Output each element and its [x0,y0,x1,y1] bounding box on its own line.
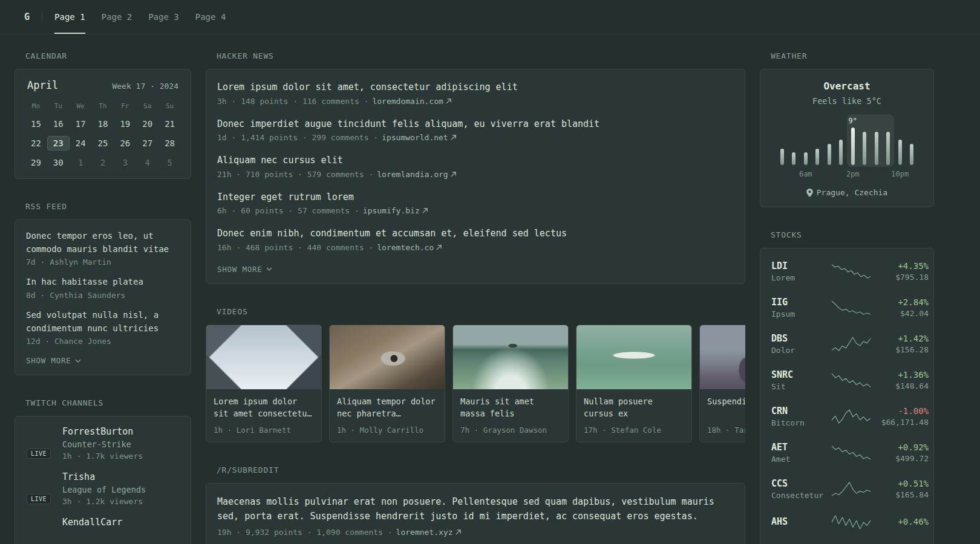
reddit-post-title[interactable]: Maecenas mollis pulvinar erat non posuer… [217,494,734,523]
hn-item-stats: 16h · 468 points · 440 comments · [217,243,373,252]
calendar-day-outside: 1 [70,155,92,170]
calendar-widget: CALENDAR April Week 17 · 2024 Mo Tu We T… [15,51,191,179]
rss-item-title[interactable]: In hac habitasse platea [26,276,180,289]
calendar-day-outside: 3 [114,155,136,170]
calendar-section-title: CALENDAR [15,51,191,60]
video-card[interactable]: Nullam posuere cursus ex 17h · Stefan Co… [576,325,692,442]
stock-sparkline [832,409,871,424]
twitch-channel-info: ForrestBurton Counter-Strike 1h · 1.7k v… [62,426,143,461]
stock-change: +0.46% [875,517,929,526]
external-link-icon [456,529,461,535]
hn-item-domain: ipsumify.biz [363,206,420,215]
twitch-channel-row[interactable]: LIVE Trisha League of Legends 3h · 1.2k … [26,471,180,506]
stock-symbol: LDI [771,261,827,271]
stock-row: AET Amet +0.92% $499.72 [770,435,924,471]
stock-values: +1.36% $148.64 [875,370,929,390]
hn-item-domain-link[interactable]: loremdomain.com [372,97,451,106]
twitch-channel-row[interactable]: KendallCarr [26,517,180,544]
calendar-header: April Week 17 · 2024 [25,79,181,91]
hn-item-domain-link[interactable]: loremlandia.org [377,170,456,179]
hn-item-title[interactable]: Lorem ipsum dolor sit amet, consectetur … [217,80,734,94]
hn-item: Donec imperdiet augue tincidunt felis al… [217,117,734,143]
stock-sparkline [832,300,871,316]
hn-item-title[interactable]: Donec imperdiet augue tincidunt felis al… [217,117,734,131]
hn-item: Donec enim nibh, condimentum et accumsan… [217,227,734,252]
rss-show-more-label: SHOW MORE [26,356,71,365]
weather-axis-label: 6am [799,170,812,178]
subreddit-card: Maecenas mollis pulvinar erat non posuer… [206,483,745,544]
weather-chart: 9° [776,119,918,165]
hn-item-title[interactable]: Donec enim nibh, condimentum et accumsan… [217,227,734,241]
stock-change: +1.42% [875,334,929,343]
hn-item-meta: 16h · 468 points · 440 comments · loremt… [217,243,734,252]
stock-values: +1.42% $156.28 [875,334,929,354]
weather-bar [875,132,878,165]
rss-show-more-button[interactable]: SHOW MORE [26,355,81,366]
hn-item-meta: 21h · 710 points · 579 comments · loreml… [217,170,734,179]
weather-bar [886,132,890,165]
tab-page-3[interactable]: Page 3 [148,0,179,34]
rss-item: Sed volutpat nulla nisl, a condimentum n… [26,309,180,346]
stock-info: CCS Consectetur [771,478,827,500]
weather-temp-label: 9° [849,117,857,125]
tab-page-1[interactable]: Page 1 [54,0,85,34]
rss-item: In hac habitasse platea 8d · Cynthia Sau… [26,276,180,300]
video-card[interactable]: Mauris sit amet massa felis 7h · Grayson… [452,325,569,442]
rss-item-title[interactable]: Sed volutpat nulla nisl, a condimentum n… [26,309,180,335]
weather-widget: WEATHER Overcast Feels like 5°C 9° 6am2p… [760,51,934,207]
twitch-channel-category: Counter-Strike [62,439,143,449]
calendar-day: 30 [47,155,70,170]
weather-feels-like: Feels like 5°C [770,96,924,106]
video-card-body: Suspendisse diam 18h · Tara [700,389,745,442]
calendar-month: April [27,79,58,91]
stock-price: $42.04 [875,309,929,318]
calendar-grid: Mo Tu We Th Fr Sa Su 15 16 17 18 19 20 2… [25,101,181,170]
video-title: Aliquam tempor dolor nec pharetra… [337,395,437,421]
hn-item-domain-link[interactable]: ipsumify.biz [363,206,428,215]
weather-bar [863,132,866,165]
stock-symbol: AET [771,442,827,453]
hn-item: Lorem ipsum dolor sit amet, consectetur … [217,80,734,106]
page-tabs: Page 1 Page 2 Page 3 Page 4 [54,0,242,34]
twitch-channel-row[interactable]: LIVE ForrestBurton Counter-Strike 1h · 1… [26,426,180,461]
video-card[interactable]: Aliquam tempor dolor nec pharetra… 1h · … [329,325,445,442]
hn-show-more-button[interactable]: SHOW MORE [217,264,272,275]
location-pin-icon [806,189,813,197]
video-meta: 1h · Lori Barnett [214,426,314,435]
rss-item-title[interactable]: Donec tempor eros leo, ut commodo mauris… [26,230,180,256]
live-badge: LIVE [27,494,51,504]
calendar-weekday: Su [158,101,181,112]
calendar-day: 18 [92,117,114,131]
tab-page-4[interactable]: Page 4 [195,0,226,34]
right-column: WEATHER Overcast Feels like 5°C 9° 6am2p… [760,51,934,544]
weather-condition: Overcast [770,80,924,92]
weather-bar [792,152,795,165]
twitch-card: LIVE ForrestBurton Counter-Strike 1h · 1… [15,416,191,544]
calendar-weekday: Sa [136,101,158,112]
middle-column: HACKER NEWS Lorem ipsum dolor sit amet, … [206,51,745,544]
external-link-icon [451,172,456,177]
video-card[interactable]: Lorem ipsum dolor sit amet consectetu… 1… [206,325,322,442]
hn-item-title[interactable]: Aliquam nec cursus elit [217,154,734,167]
video-title: Nullam posuere cursus ex [584,395,684,421]
weather-bar [804,152,808,165]
hn-item-domain-link[interactable]: ipsumworld.net [382,133,456,142]
video-meta: 18h · Tara [707,426,745,435]
stock-symbol: CRN [771,406,827,416]
app-logo[interactable]: G [24,11,30,22]
video-thumbnail [330,325,445,389]
tab-page-2[interactable]: Page 2 [102,0,132,34]
calendar-day: 25 [92,136,114,151]
hacker-news-card: Lorem ipsum dolor sit amet, consectetur … [206,69,745,284]
stock-price: $165.84 [875,490,929,499]
weather-location-label: Prague, Czechia [817,188,887,197]
video-thumbnail [206,325,321,389]
video-card[interactable]: Suspendisse diam 18h · Tara [699,325,745,442]
video-carousel: Lorem ipsum dolor sit amet consectetu… 1… [206,325,745,442]
hn-item-title[interactable]: Integer eget rutrum lorem [217,190,734,204]
reddit-post-domain: loremnet.xyz [396,528,453,537]
hn-item-domain-link[interactable]: loremtech.co [377,243,442,252]
weather-bar [839,140,843,165]
stock-price: $66,171.48 [875,418,929,427]
reddit-post-domain-link[interactable]: loremnet.xyz [396,528,461,537]
